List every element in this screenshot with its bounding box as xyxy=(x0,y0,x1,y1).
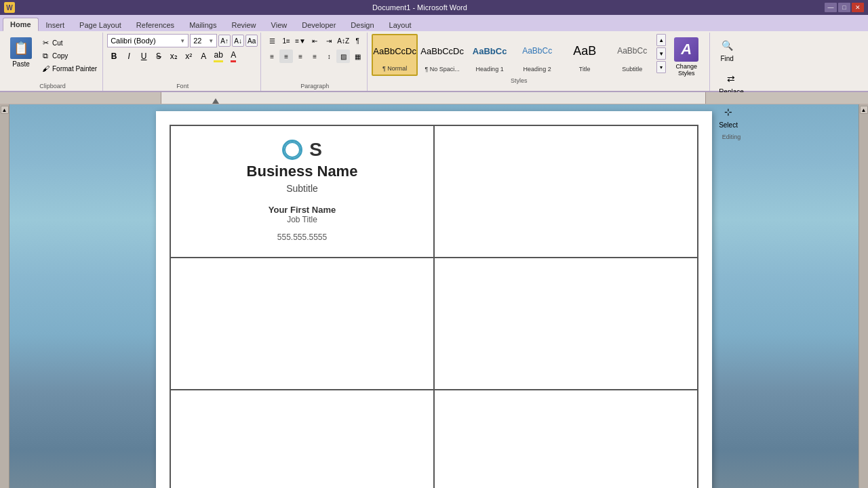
business-card-grid: S Business Name Subtitle Your First Name… xyxy=(170,125,698,488)
decrease-font-button[interactable]: A↓ xyxy=(232,35,244,47)
styles-group-label: Styles xyxy=(372,76,666,85)
tab-pagelayout[interactable]: Page Layout xyxy=(72,18,129,31)
find-button[interactable]: 🔍 Find xyxy=(714,34,740,66)
subscript-button[interactable]: x₂ xyxy=(167,49,180,63)
card-cell-6[interactable]: shmoggo.com xyxy=(434,390,698,488)
tab-insert[interactable]: Insert xyxy=(39,18,73,31)
clear-format-button[interactable]: Aa xyxy=(245,35,258,47)
style-heading2-preview: AaBbCc xyxy=(522,37,552,66)
font-color-button[interactable]: A xyxy=(226,49,240,63)
app-icon: W xyxy=(4,2,15,13)
select-button[interactable]: ⊹ Select xyxy=(714,100,743,132)
styles-scroll-up[interactable]: ▲ xyxy=(656,34,666,46)
card-cell-2[interactable] xyxy=(434,125,698,258)
decrease-indent-button[interactable]: ⇤ xyxy=(308,34,321,47)
format-painter-button[interactable]: 🖌 Format Painter xyxy=(38,62,100,75)
window-controls: — □ ✕ xyxy=(825,3,864,12)
strikethrough-button[interactable]: S̶ xyxy=(152,49,165,63)
underline-button[interactable]: U xyxy=(137,49,151,63)
style-title[interactable]: AaB Title xyxy=(561,34,608,76)
card-cell-4[interactable] xyxy=(434,258,698,390)
change-styles-label: ChangeStyles xyxy=(675,63,697,77)
justify-button[interactable]: ≡ xyxy=(308,49,321,63)
text-effects-button[interactable]: A xyxy=(197,49,210,63)
main-area: ▲ S Business Name Subtitle Your First Na… xyxy=(0,104,868,488)
increase-indent-button[interactable]: ⇥ xyxy=(322,34,336,47)
highlight-bar xyxy=(214,60,222,62)
card-cell-1[interactable]: S Business Name Subtitle Your First Name… xyxy=(170,125,434,258)
card-logo-circle xyxy=(282,140,302,160)
font-group-label: Font xyxy=(107,81,258,89)
styles-scroll-buttons: ▲ ▼ ▾ xyxy=(656,34,666,73)
card-phone: 555.555.5555 xyxy=(277,232,327,242)
scroll-up-btn[interactable]: ▲ xyxy=(1,106,9,114)
copy-icon: ⧉ xyxy=(41,51,50,60)
copy-button[interactable]: ⧉ Copy xyxy=(38,49,100,62)
tab-mailings[interactable]: Mailings xyxy=(182,18,224,31)
multilevel-button[interactable]: ≡▼ xyxy=(294,34,307,47)
style-normal[interactable]: AaBbCcDc ¶ Normal xyxy=(372,34,418,76)
highlight-button[interactable]: ab xyxy=(212,49,225,63)
page: S Business Name Subtitle Your First Name… xyxy=(156,111,712,488)
paste-button[interactable]: 📋 Paste xyxy=(5,34,37,71)
style-no-spacing[interactable]: AaBbCcDc ¶ No Spaci... xyxy=(419,34,465,76)
tab-design[interactable]: Design xyxy=(343,18,381,31)
paragraph-align-row: ≡ ≡ ≡ ≡ ↕ ▨ ▦ xyxy=(265,49,364,63)
borders-button[interactable]: ▦ xyxy=(351,49,364,63)
tab-layout[interactable]: Layout xyxy=(382,18,419,31)
ruler xyxy=(0,92,868,104)
show-hide-button[interactable]: ¶ xyxy=(351,34,364,47)
editing-group-label: Editing xyxy=(714,132,749,140)
scroll-up-right[interactable]: ▲ xyxy=(860,106,868,114)
ruler-tab[interactable] xyxy=(212,97,219,104)
paste-icon: 📋 xyxy=(10,37,32,59)
style-normal-label: ¶ Normal xyxy=(382,65,407,72)
find-icon: 🔍 xyxy=(719,37,735,54)
bullets-button[interactable]: ☰ xyxy=(265,34,279,47)
paragraph-top-row: ☰ 1≡ ≡▼ ⇤ ⇥ A↕Z ¶ xyxy=(265,34,364,47)
select-icon: ⊹ xyxy=(720,104,736,120)
shading-button[interactable]: ▨ xyxy=(336,49,350,63)
style-subtitle-preview: AaBbCc xyxy=(617,37,647,66)
style-subtitle[interactable]: AaBbCc Subtitle xyxy=(609,34,655,76)
change-styles-icon: A xyxy=(674,37,698,62)
card-cell-5[interactable] xyxy=(170,390,434,488)
card-cell-3[interactable] xyxy=(170,258,434,390)
cut-button[interactable]: ✂ Cut xyxy=(38,37,100,49)
styles-scroll-down[interactable]: ▼ xyxy=(656,47,666,60)
replace-icon: ⇄ xyxy=(723,70,739,87)
font-format-row: B I U S̶ x₂ x² A ab A xyxy=(107,49,240,63)
style-heading1[interactable]: AaBbCc Heading 1 xyxy=(467,34,513,76)
font-size-selector[interactable]: 22 ▼ xyxy=(190,34,217,47)
card-subtitle: Subtitle xyxy=(286,183,318,194)
scissors-icon: ✂ xyxy=(41,38,50,47)
font-family-selector[interactable]: Calibri (Body) ▼ xyxy=(107,34,189,47)
tab-home[interactable]: Home xyxy=(3,18,39,31)
paragraph-group: ☰ 1≡ ≡▼ ⇤ ⇥ A↕Z ¶ ≡ ≡ ≡ ≡ ↕ ▨ ▦ Paragrap… xyxy=(262,33,368,91)
font-size-arrow: ▼ xyxy=(208,38,214,44)
paste-label: Paste xyxy=(12,60,30,68)
sort-button[interactable]: A↕Z xyxy=(336,34,350,47)
maximize-button[interactable]: □ xyxy=(838,3,850,12)
line-spacing-button[interactable]: ↕ xyxy=(322,49,336,63)
style-heading1-preview: AaBbCc xyxy=(473,37,507,66)
font-family-row: Calibri (Body) ▼ 22 ▼ A↑ A↓ Aa xyxy=(107,34,258,47)
align-left-button[interactable]: ≡ xyxy=(265,49,279,63)
close-button[interactable]: ✕ xyxy=(852,3,864,12)
superscript-button[interactable]: x² xyxy=(182,49,195,63)
bold-button[interactable]: B xyxy=(107,49,121,63)
styles-expand[interactable]: ▾ xyxy=(656,61,666,73)
increase-font-button[interactable]: A↑ xyxy=(218,35,231,47)
style-heading2[interactable]: AaBbCc Heading 2 xyxy=(514,34,560,76)
tab-developer[interactable]: Developer xyxy=(294,18,343,31)
minimize-button[interactable]: — xyxy=(825,3,837,12)
align-center-button[interactable]: ≡ xyxy=(279,49,293,63)
tab-references[interactable]: References xyxy=(129,18,182,31)
italic-button[interactable]: I xyxy=(122,49,136,63)
tab-review[interactable]: Review xyxy=(224,18,263,31)
tab-view[interactable]: View xyxy=(264,18,295,31)
change-styles-button[interactable]: A ChangeStyles xyxy=(666,34,707,80)
align-right-button[interactable]: ≡ xyxy=(294,49,307,63)
numbering-button[interactable]: 1≡ xyxy=(279,34,293,47)
card-logo-letter: S xyxy=(309,140,322,159)
